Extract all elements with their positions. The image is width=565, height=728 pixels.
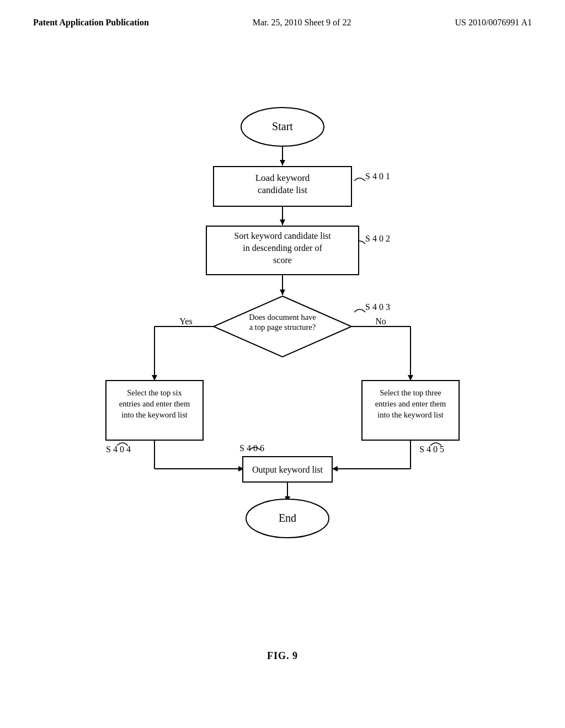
- yes-label: Yes: [179, 317, 192, 326]
- svg-marker-15: [408, 375, 413, 381]
- no-label: No: [375, 317, 386, 326]
- sort-line2: in descending order of: [243, 243, 322, 253]
- load-keyword-line2: candidate list: [258, 185, 307, 195]
- page-header: Patent Application Publication Mar. 25, …: [0, 0, 565, 28]
- top-six-line1: Select the top six: [127, 388, 182, 397]
- s404-label: S 4 0 4: [106, 445, 131, 454]
- s402-label: S 4 0 2: [365, 234, 390, 243]
- flowchart: Start S 4 0 1 Load keyword candidate lis…: [73, 99, 492, 585]
- s405-label: S 4 0 5: [419, 445, 444, 454]
- end-label: End: [279, 512, 296, 524]
- figure-caption: FIG. 9: [267, 650, 298, 662]
- decision-line1: Does document have: [249, 313, 316, 322]
- svg-marker-8: [280, 290, 285, 295]
- sort-line3: score: [273, 255, 292, 265]
- svg-marker-5: [280, 220, 285, 225]
- decision-line2: a top page structure?: [249, 323, 316, 331]
- start-label: Start: [272, 120, 293, 132]
- s401-label: S 4 0 1: [365, 172, 390, 181]
- sort-line1: Sort keyword candidate list: [234, 231, 331, 241]
- top-six-line3: into the keyword list: [121, 410, 188, 419]
- top-three-line2: entries and enter them: [375, 399, 446, 408]
- svg-marker-2: [280, 160, 285, 165]
- header-right: US 2010/0076991 A1: [455, 18, 532, 28]
- output-keyword-label: Output keyword list: [252, 465, 323, 475]
- top-three-line3: into the keyword list: [377, 410, 444, 419]
- load-keyword-line1: Load keyword: [255, 173, 310, 183]
- s403-label: S 4 0 3: [365, 302, 390, 312]
- header-left: Patent Application Publication: [33, 18, 149, 28]
- top-six-line2: entries and enter them: [119, 399, 190, 408]
- header-center: Mar. 25, 2010 Sheet 9 of 22: [253, 18, 351, 28]
- top-three-line1: Select the top three: [380, 388, 441, 397]
- svg-marker-23: [332, 466, 338, 472]
- svg-marker-12: [152, 375, 157, 381]
